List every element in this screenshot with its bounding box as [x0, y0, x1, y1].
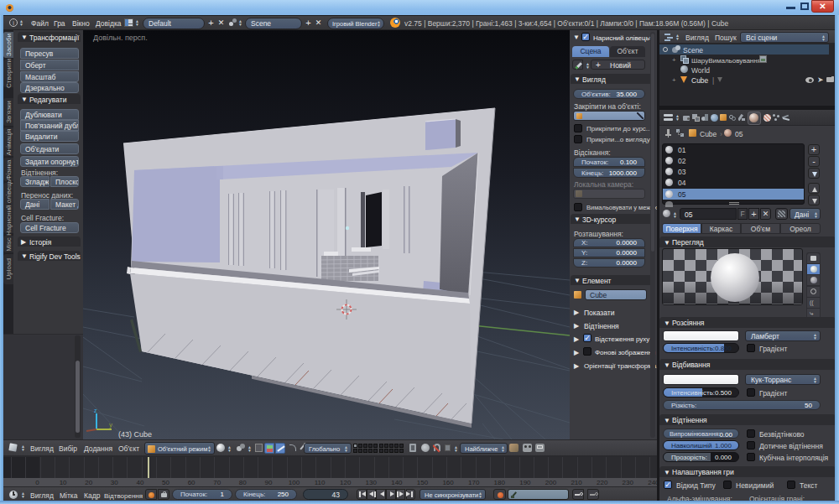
svg-text:z: z — [94, 408, 97, 413]
svg-text:(43) Cube: (43) Cube — [118, 430, 152, 439]
svg-text:Довільн. персп.: Довільн. персп. — [93, 34, 148, 42]
svg-text:y: y — [109, 421, 112, 429]
